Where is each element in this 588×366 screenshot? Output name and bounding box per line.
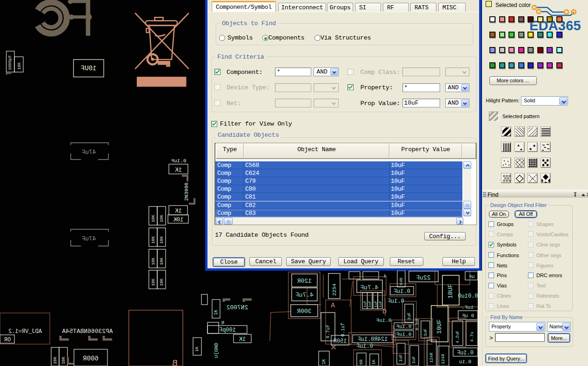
- svg-text:10K: 10K: [160, 257, 164, 265]
- svg-text:4.7u: 4.7u: [470, 332, 474, 342]
- svg-text:100pF: 100pF: [219, 327, 236, 333]
- svg-text:10K: 10K: [17, 62, 22, 70]
- svg-text:0.1uF: 0.1uF: [457, 350, 474, 356]
- svg-text:0.1uF: 0.1uF: [356, 343, 373, 350]
- svg-text:ADJ_VR=1.2: ADJ_VR=1.2: [8, 328, 42, 335]
- svg-text:0.01uO: 0.01uO: [458, 293, 478, 299]
- svg-text:10K: 10K: [151, 257, 156, 265]
- svg-text:1uF: 1uF: [423, 329, 428, 336]
- svg-text:10K: 10K: [151, 236, 156, 244]
- svg-text:1uF: 1uF: [378, 300, 382, 307]
- svg-text:47uF: 47uF: [81, 235, 96, 242]
- svg-text:1uF: 1uF: [368, 300, 372, 307]
- svg-text:2N7002: 2N7002: [227, 304, 248, 311]
- svg-text:47uF: 47uF: [81, 149, 96, 156]
- svg-text:10K: 10K: [151, 278, 156, 286]
- svg-text:1K: 1K: [175, 208, 182, 214]
- svg-text:124R0.1uF: 124R0.1uF: [358, 336, 388, 343]
- svg-text:22uF: 22uF: [416, 274, 430, 281]
- svg-text:OR: OR: [4, 337, 11, 343]
- svg-text:0.1u: 0.1u: [459, 359, 471, 365]
- svg-text:1uF: 1uF: [399, 354, 403, 362]
- svg-text:1uF: 1uF: [407, 313, 412, 320]
- svg-text:U{GND: U{GND: [214, 343, 219, 358]
- svg-text:10UF: 10UF: [81, 65, 97, 72]
- svg-text:1000pF: 1000pF: [8, 55, 13, 70]
- svg-text:1uF.: 1uF.: [461, 305, 474, 310]
- svg-text:1K: 1K: [175, 167, 182, 173]
- svg-text:1K: 1K: [214, 310, 219, 315]
- svg-text:10K: 10K: [53, 356, 58, 364]
- svg-text:10K: 10K: [61, 356, 66, 364]
- svg-text:124R: 124R: [429, 353, 434, 363]
- svg-text:4.7uF: 4.7uF: [360, 284, 378, 291]
- svg-text:0.1uF: 0.1uF: [376, 318, 391, 323]
- svg-text:0R: 0R: [359, 359, 364, 365]
- svg-text:1K: 1K: [321, 359, 327, 365]
- svg-text:4.7uF: 4.7uF: [326, 325, 331, 339]
- svg-text:0 uF: 0 uF: [462, 313, 474, 319]
- svg-text:2254: 2254: [332, 283, 337, 296]
- svg-text:A: A: [331, 302, 335, 310]
- svg-text:600R: 600R: [83, 355, 99, 362]
- svg-text:0.1uf: 0.1uf: [341, 323, 346, 337]
- svg-text:150R: 150R: [334, 338, 347, 345]
- svg-text:0.1uF: 0.1uF: [388, 298, 404, 305]
- svg-text:040: 040: [399, 278, 404, 285]
- svg-text:10K: 10K: [173, 217, 183, 223]
- svg-text:10UF: 10UF: [447, 284, 454, 299]
- svg-text:10K: 10K: [160, 214, 164, 222]
- svg-text:1uF: 1uF: [412, 356, 416, 364]
- svg-text:4.7uF: 4.7uF: [295, 292, 314, 299]
- svg-text:10UF: 10UF: [436, 319, 443, 334]
- svg-text:B: B: [172, 358, 178, 366]
- svg-text:N: N: [221, 320, 224, 326]
- svg-text:1uF: 1uF: [363, 300, 367, 307]
- svg-text:124R: 124R: [441, 354, 446, 364]
- svg-text:1K: 1K: [239, 336, 246, 343]
- svg-text:10K: 10K: [160, 278, 164, 286]
- svg-text:uF: uF: [468, 274, 474, 279]
- svg-text:0.1uF: 0.1uF: [396, 332, 411, 337]
- svg-text:120R: 120R: [297, 278, 312, 285]
- svg-text:10K: 10K: [151, 214, 156, 222]
- svg-text:1K: 1K: [372, 359, 376, 365]
- svg-text:AP23066NBAT54A: AP23066NBAT54A: [62, 328, 113, 335]
- svg-text:300R: 300R: [297, 308, 311, 315]
- svg-text:1K: 1K: [195, 346, 200, 352]
- svg-text:10K: 10K: [160, 236, 164, 244]
- svg-text:0.1uF: 0.1uF: [171, 158, 186, 164]
- svg-text:4.2uF: 4.2uF: [455, 331, 460, 343]
- svg-text:2N3906: 2N3906: [184, 182, 189, 201]
- svg-text:0.1uF: 0.1uF: [394, 288, 410, 295]
- svg-text:1uF: 1uF: [374, 300, 378, 307]
